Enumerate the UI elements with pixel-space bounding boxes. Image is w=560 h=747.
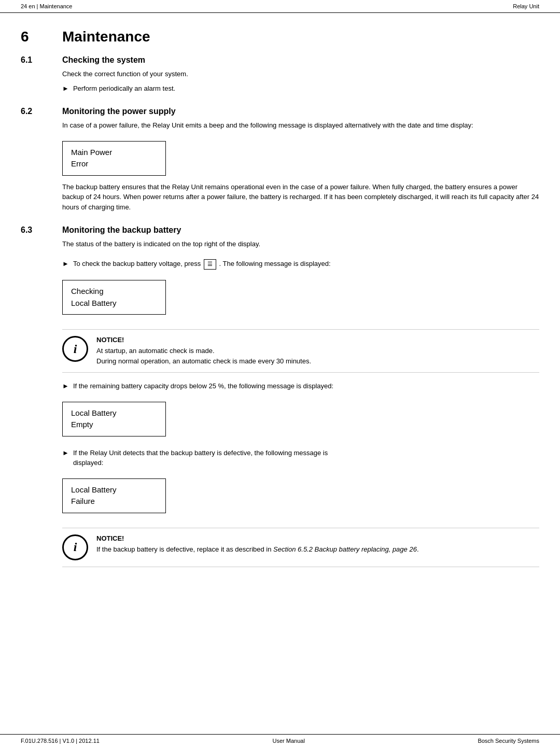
header-bar: 24 en | Maintenance Relay Unit — [0, 0, 560, 13]
section-61-number: 6.1 — [21, 55, 62, 65]
notice2-post: . — [417, 545, 419, 553]
notice-1-text2: During normal operation, an automatic ch… — [96, 356, 539, 367]
failure-display-line2: Failure — [71, 496, 157, 508]
section-61-title: Checking the system — [62, 55, 539, 65]
failure-display-line1: Local Battery — [71, 484, 157, 496]
local-battery-failure-display: Local Battery Failure — [62, 478, 166, 513]
footer-bar: F.01U.278.516 | V1.0 | 2012.11 User Manu… — [0, 734, 560, 747]
notice2-pre: If the backup battery is defective, repl… — [96, 545, 273, 553]
notice-2-content: NOTICE! If the backup battery is defecti… — [96, 534, 539, 555]
chapter-title: Maintenance — [62, 29, 150, 45]
bullet-arrow-icon-4: ► — [62, 448, 69, 458]
section-62-title: Monitoring the power supply — [62, 107, 539, 116]
section-61-body: Check the correct function of your syste… — [62, 69, 539, 93]
header-left: 24 en | Maintenance — [21, 3, 72, 9]
notice-2-text: If the backup battery is defective, repl… — [96, 544, 539, 555]
section-63-bullet1-text: To check the backup battery voltage, pre… — [73, 259, 539, 270]
checking-display-line1: Checking — [71, 286, 157, 298]
page-wrapper: 24 en | Maintenance Relay Unit 6 Mainten… — [0, 0, 560, 747]
bullet3-pre: If the Relay Unit detects that the backu… — [73, 449, 328, 457]
section-63-content: Monitoring the backup battery The status… — [62, 225, 539, 575]
bullet-arrow-icon-2: ► — [62, 259, 69, 269]
section-62-body: In case of a power failure, the Relay Un… — [62, 120, 539, 212]
notice-box-1: i NOTICE! At startup, an automatic check… — [62, 329, 539, 373]
main-power-error-display: Main Power Error — [62, 141, 166, 176]
section-61: 6.1 Checking the system Check the correc… — [21, 55, 539, 97]
section-62-content: Monitoring the power supply In case of a… — [62, 107, 539, 216]
section-63-bullet2-text: If the remaining battery capacity drops … — [73, 381, 539, 391]
section-63-bullet2: ► If the remaining battery capacity drop… — [62, 381, 539, 391]
header-right: Relay Unit — [513, 3, 539, 9]
section-63-body: The status of the battery is indicated o… — [62, 239, 539, 567]
chapter-number: 6 — [21, 29, 62, 45]
display-line2: Error — [71, 158, 157, 170]
section-62-number: 6.2 — [21, 107, 62, 116]
empty-display-line1: Local Battery — [71, 407, 157, 419]
section-63-bullet1: ► To check the backup battery voltage, p… — [62, 259, 539, 270]
empty-display-line2: Empty — [71, 419, 157, 431]
main-content: 6 Maintenance 6.1 Checking the system Ch… — [0, 13, 560, 616]
bullet1-pre: To check the backup battery voltage, pre… — [73, 260, 201, 267]
local-battery-empty-display: Local Battery Empty — [62, 402, 166, 436]
section-61-para: Check the correct function of your syste… — [62, 69, 539, 79]
notice-1-text1: At startup, an automatic check is made. — [96, 346, 539, 356]
section-63-title: Monitoring the backup battery — [62, 225, 539, 235]
bullet-arrow-icon-3: ► — [62, 381, 69, 391]
notice-2-title: NOTICE! — [96, 534, 539, 542]
footer-right: Bosch Security Systems — [478, 738, 539, 744]
section-63-bullet3: ► If the Relay Unit detects that the bac… — [62, 448, 539, 468]
bullet-arrow-icon: ► — [62, 83, 69, 94]
checking-local-battery-display: Checking Local Battery — [62, 280, 166, 315]
section-63: 6.3 Monitoring the backup battery The st… — [21, 225, 539, 575]
display-line1: Main Power — [71, 147, 157, 159]
section-62-para1: In case of a power failure, the Relay Un… — [62, 120, 539, 131]
bullet1-post: . The following message is displayed: — [219, 260, 331, 267]
footer-left: F.01U.278.516 | V1.0 | 2012.11 — [21, 738, 100, 744]
notice-1-title: NOTICE! — [96, 336, 539, 344]
info-icon-1: i — [62, 336, 88, 362]
notice2-italic: Section 6.5.2 Backup battery replacing, … — [273, 545, 417, 553]
section-63-bullet3-text: If the Relay Unit detects that the backu… — [73, 448, 539, 468]
section-61-bullet-text: Perform periodically an alarm test. — [73, 83, 539, 94]
notice-box-2: i NOTICE! If the backup battery is defec… — [62, 528, 539, 567]
section-61-bullet: ► Perform periodically an alarm test. — [62, 83, 539, 94]
section-63-number: 6.3 — [21, 225, 62, 235]
section-61-content: Checking the system Check the correct fu… — [62, 55, 539, 97]
notice-1-content: NOTICE! At startup, an automatic check i… — [96, 336, 539, 366]
chapter-heading: 6 Maintenance — [21, 29, 539, 45]
checking-display-line2: Local Battery — [71, 298, 157, 309]
bullet3-post: displayed: — [73, 459, 104, 467]
section-63-para1: The status of the battery is indicated o… — [62, 239, 539, 249]
section-62-para2: The backup battery ensures that the Rela… — [62, 182, 539, 213]
section-62: 6.2 Monitoring the power supply In case … — [21, 107, 539, 216]
info-icon-2: i — [62, 534, 88, 560]
footer-center: User Manual — [272, 738, 304, 744]
key-icon: ☰ — [204, 259, 216, 270]
